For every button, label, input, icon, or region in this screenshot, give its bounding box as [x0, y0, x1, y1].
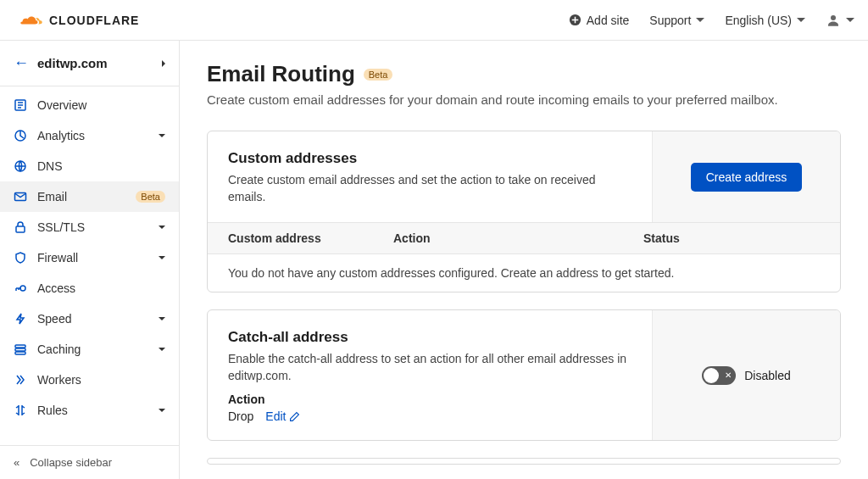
support-dropdown[interactable]: Support [649, 14, 704, 27]
collapse-icon: « [14, 456, 19, 469]
chevron-right-icon [162, 60, 165, 67]
language-dropdown[interactable]: English (US) [725, 14, 805, 27]
catchall-card: Catch-all address Enable the catch-all a… [207, 309, 841, 441]
edit-label: Edit [265, 409, 286, 423]
sidebar-item-label: Analytics [37, 129, 148, 142]
overview-icon [14, 98, 27, 112]
account-dropdown[interactable] [826, 13, 854, 28]
th-status: Status [643, 231, 820, 245]
next-card-peek [207, 458, 841, 465]
chevron-down-icon [159, 134, 165, 137]
domain-selector[interactable]: ← editwp.com [0, 41, 179, 86]
beta-badge: Beta [136, 191, 165, 203]
domain-name: editwp.com [37, 56, 153, 70]
sidebar-item-firewall[interactable]: Firewall [0, 242, 179, 273]
sidebar-item-label: Overview [37, 98, 165, 112]
add-site-button[interactable]: Add site [569, 14, 630, 27]
sidebar-item-label: Speed [37, 312, 148, 326]
email-icon [14, 190, 27, 203]
edit-action-link[interactable]: Edit [265, 409, 300, 423]
language-label: English (US) [725, 14, 792, 27]
sidebar-item-label: DNS [37, 159, 165, 173]
access-icon [14, 281, 27, 295]
pencil-icon [289, 411, 300, 422]
action-label: Action [228, 393, 632, 406]
sidebar-item-access[interactable]: Access [0, 273, 179, 304]
plus-circle-icon [569, 14, 581, 26]
table-empty-message: You do not have any custom addresses con… [208, 254, 840, 292]
workers-icon [14, 373, 27, 387]
chevron-down-icon [846, 18, 854, 22]
chevron-down-icon [159, 409, 165, 412]
sidebar-item-analytics[interactable]: Analytics [0, 120, 179, 151]
sidebar-item-label: Email [37, 190, 125, 203]
analytics-icon [14, 129, 27, 142]
sidebar-item-label: Rules [37, 404, 148, 417]
sidebar-item-email[interactable]: Email Beta [0, 181, 179, 212]
chevron-down-icon [159, 226, 165, 229]
th-custom-address: Custom address [228, 231, 393, 245]
svg-rect-8 [15, 345, 25, 348]
shield-icon [14, 251, 27, 265]
lock-icon [14, 220, 27, 234]
dns-icon [14, 159, 27, 173]
table-header-row: Custom address Action Status [208, 222, 840, 254]
sidebar-item-speed[interactable]: Speed [0, 304, 179, 334]
bolt-icon [14, 312, 27, 326]
sidebar-nav: Overview Analytics DNS Email Beta SSL/TL… [0, 86, 179, 445]
sidebar-item-workers[interactable]: Workers [0, 365, 179, 395]
card-desc: Create custom email addresses and set th… [228, 172, 632, 205]
cloudflare-icon [14, 12, 44, 29]
sidebar-item-label: SSL/TLS [37, 220, 148, 234]
card-title: Catch-all address [228, 329, 632, 346]
svg-rect-10 [15, 352, 25, 354]
page-title: Email Routing [207, 61, 355, 87]
sidebar-item-ssl[interactable]: SSL/TLS [0, 212, 179, 242]
toggle-status-label: Disabled [744, 369, 790, 382]
sidebar: ← editwp.com Overview Analytics DNS Emai… [0, 41, 180, 479]
sidebar-item-label: Firewall [37, 251, 148, 265]
back-arrow-icon: ← [14, 54, 29, 72]
catchall-toggle[interactable]: ✕ [702, 366, 736, 385]
user-icon [826, 13, 841, 28]
th-action: Action [393, 231, 643, 245]
sidebar-item-label: Caching [37, 343, 148, 356]
collapse-label: Collapse sidebar [30, 456, 112, 469]
chevron-down-icon [159, 348, 165, 351]
beta-badge: Beta [364, 69, 393, 81]
card-desc: Enable the catch-all address to set an a… [228, 351, 632, 384]
action-value: Drop [228, 409, 253, 423]
sidebar-item-overview[interactable]: Overview [0, 90, 179, 120]
brand-text: CLOUDFLARE [49, 14, 139, 27]
sidebar-item-caching[interactable]: Caching [0, 334, 179, 365]
topbar: CLOUDFLARE Add site Support English (US) [0, 0, 868, 41]
toggle-knob [704, 368, 719, 383]
sidebar-item-rules[interactable]: Rules [0, 395, 179, 426]
add-site-label: Add site [587, 14, 630, 27]
support-label: Support [649, 14, 691, 27]
sidebar-item-label: Workers [37, 373, 165, 387]
chevron-down-icon [159, 317, 165, 320]
rules-icon [14, 404, 27, 417]
page-subtitle: Create custom email addresses for your d… [207, 92, 841, 107]
svg-rect-6 [16, 226, 25, 232]
custom-addresses-card: Custom addresses Create custom email add… [207, 131, 841, 292]
brand-logo[interactable]: CLOUDFLARE [14, 12, 139, 29]
chevron-down-icon [797, 18, 805, 22]
close-icon: ✕ [725, 371, 732, 380]
create-address-button[interactable]: Create address [691, 163, 803, 192]
svg-rect-9 [15, 348, 25, 351]
collapse-sidebar-button[interactable]: « Collapse sidebar [0, 445, 179, 479]
chevron-down-icon [696, 18, 704, 22]
chevron-down-icon [159, 256, 165, 259]
card-title: Custom addresses [228, 150, 632, 167]
svg-point-1 [831, 15, 836, 20]
caching-icon [14, 343, 27, 356]
sidebar-item-dns[interactable]: DNS [0, 151, 179, 181]
main-content: Email Routing Beta Create custom email a… [180, 41, 868, 479]
sidebar-item-label: Access [37, 281, 165, 295]
